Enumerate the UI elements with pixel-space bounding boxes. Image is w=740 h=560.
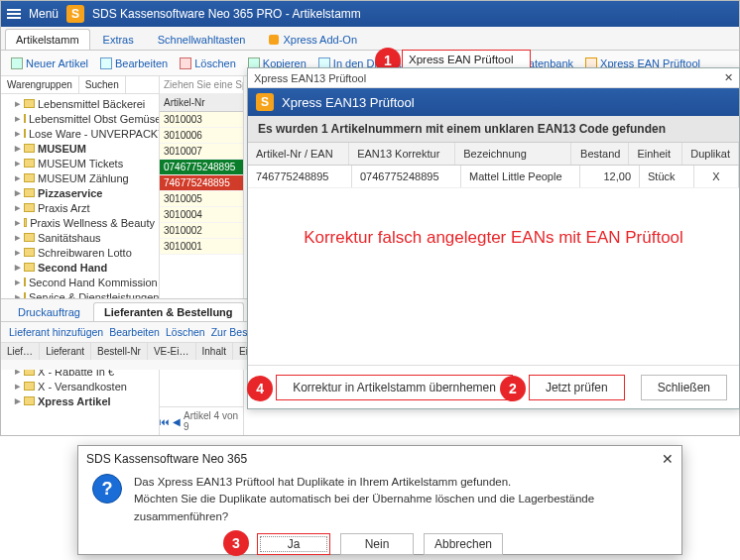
tree-item[interactable]: ▸X - Versandkosten bbox=[1, 379, 159, 393]
folder-icon bbox=[24, 188, 35, 197]
tree-item[interactable]: ▸MUSEUM Zählung bbox=[1, 170, 159, 185]
col-korrektur[interactable]: EAN13 Korrektur bbox=[349, 143, 455, 165]
tree-item[interactable]: ▸Lebensmittel Obst Gemüse bbox=[1, 111, 159, 126]
col-duplikat[interactable]: Duplikat bbox=[682, 143, 739, 165]
col-einheit[interactable]: Einheit bbox=[629, 143, 682, 165]
tree-item[interactable]: ▸Schreibwaren Lotto bbox=[1, 245, 159, 260]
ean-window-chrome: Xpress EAN13 Prüftool ✕ bbox=[248, 68, 739, 88]
cell-duplikat: X bbox=[694, 166, 739, 187]
tool-new[interactable]: Neuer Artikel bbox=[7, 56, 92, 71]
article-row[interactable]: 0746775248895 bbox=[160, 160, 243, 175]
col-artnr[interactable]: Artikel-Nr / EAN bbox=[248, 143, 349, 165]
col-inhalt[interactable]: Inhalt bbox=[196, 343, 233, 360]
dialog-line2: Möchten Sie die Duplikate automatisch be… bbox=[134, 491, 668, 525]
article-row[interactable]: 3010003 bbox=[160, 112, 243, 128]
main-tabstrip: Artikelstamm Extras Schnellwahltasten Xp… bbox=[1, 27, 739, 51]
pencil-icon bbox=[100, 57, 112, 69]
article-row[interactable]: 3010006 bbox=[160, 128, 243, 144]
folder-icon bbox=[24, 129, 26, 138]
article-row[interactable]: 3010001 bbox=[160, 239, 243, 255]
sidebar-tabs: Warengruppen Suchen bbox=[1, 76, 159, 94]
dialog-yes-button[interactable]: Ja bbox=[257, 533, 330, 555]
check-now-button[interactable]: Jetzt prüfen bbox=[530, 376, 624, 399]
group-hint: Ziehen Sie eine Spaltenübers bbox=[160, 76, 243, 94]
annotation-2-box: 2 Jetzt prüfen bbox=[529, 375, 625, 400]
confirm-dialog: SDS Kassensoftware Neo 365 ✕ ? Das Xpres… bbox=[77, 445, 682, 555]
dialog-buttons: 3 Ja Nein Abbrechen bbox=[78, 529, 681, 560]
annotation-4-box: 4 Korrektur in Artikelstamm übernhemen bbox=[276, 375, 513, 400]
menu-label[interactable]: Menü bbox=[29, 7, 59, 21]
tool-delete[interactable]: Löschen bbox=[176, 56, 240, 71]
annotation-2-badge: 2 bbox=[500, 376, 526, 401]
col-bestellnr[interactable]: Bestell-Nr bbox=[91, 343, 148, 360]
dialog-cancel-button[interactable]: Abbrechen bbox=[424, 533, 503, 555]
col-lieferant[interactable]: Lieferant bbox=[40, 343, 91, 360]
tool-delete-supplier[interactable]: Löschen bbox=[166, 326, 205, 338]
tool-add-supplier[interactable]: Lieferant hinzufügen bbox=[9, 326, 103, 338]
close-icon[interactable]: ✕ bbox=[724, 71, 733, 84]
ean-window-titlebar: S Xpress EAN13 Prüftool bbox=[248, 88, 739, 116]
nav-first-icon[interactable]: ⏮ bbox=[160, 416, 170, 427]
window-title: SDS Kassensoftware Neo 365 PRO - Artikel… bbox=[92, 7, 361, 21]
detail-tab-suppliers[interactable]: Lieferanten & Bestellung bbox=[93, 302, 244, 321]
folder-icon bbox=[24, 203, 35, 212]
sidebar: Warengruppen Suchen ▸Lebensmittel Bäcker… bbox=[1, 76, 160, 435]
tab-xpress-addon[interactable]: Xpress Add-On bbox=[258, 29, 368, 50]
article-row[interactable]: 3010002 bbox=[160, 223, 243, 239]
ean-grid-row[interactable]: 746775248895 0746775248895 Mattel Little… bbox=[248, 166, 739, 188]
category-tree[interactable]: ▸Lebensmittel Bäckerei▸Lebensmittel Obst… bbox=[1, 94, 159, 435]
folder-icon bbox=[24, 114, 26, 123]
nav-prev-icon[interactable]: ◀ bbox=[173, 416, 181, 427]
tree-item[interactable]: ▸Praxis Wellness & Beauty bbox=[1, 215, 159, 230]
folder-icon bbox=[24, 159, 35, 168]
tree-item[interactable]: ▸Xpress Artikel bbox=[1, 393, 159, 408]
article-row[interactable]: 3010007 bbox=[160, 144, 243, 160]
app-logo-icon: S bbox=[66, 5, 84, 23]
question-icon: ? bbox=[92, 474, 122, 504]
folder-icon bbox=[24, 144, 35, 153]
folder-icon bbox=[24, 382, 35, 391]
tree-item[interactable]: ▸Praxis Arzt bbox=[1, 200, 159, 215]
col-lief[interactable]: Lief… bbox=[1, 343, 40, 360]
dialog-title: SDS Kassensoftware Neo 365 bbox=[86, 452, 247, 466]
article-row[interactable]: 3010005 bbox=[160, 191, 243, 207]
folder-icon bbox=[24, 248, 35, 257]
dialog-close-icon[interactable]: ✕ bbox=[662, 451, 674, 467]
annotation-4-badge: 4 bbox=[247, 376, 273, 401]
sidebar-tab-groups[interactable]: Warengruppen bbox=[1, 76, 79, 93]
tree-item[interactable]: ▸Lose Ware - UNVERPACKT! bbox=[1, 126, 159, 141]
article-row[interactable]: 746775248895 bbox=[160, 175, 243, 191]
ean-overlay-message: Korrektur falsch angelegter EANs mit EAN… bbox=[248, 188, 739, 287]
article-list-header[interactable]: Artikel-Nr bbox=[160, 94, 243, 112]
tree-item[interactable]: ▸MUSEUM bbox=[1, 141, 159, 156]
nav-status: Artikel 4 von 9 bbox=[184, 410, 243, 432]
cell-bezeichnung: Mattel Little People bbox=[461, 166, 580, 187]
article-row[interactable]: 3010004 bbox=[160, 207, 243, 223]
col-bezeichnung[interactable]: Bezeichnung bbox=[455, 143, 571, 165]
tree-item[interactable]: ▸MUSEUM Tickets bbox=[1, 156, 159, 170]
tool-edit-supplier[interactable]: Bearbeiten bbox=[109, 326, 160, 338]
tree-item[interactable]: ▸Pizzaservice bbox=[1, 185, 159, 200]
col-ve[interactable]: VE-Ei… bbox=[148, 343, 196, 360]
detail-tab-print[interactable]: Druckauftrag bbox=[7, 302, 91, 321]
dialog-line1: Das Xpress EAN13 Prüftool hat Duplikate … bbox=[134, 474, 668, 491]
tab-artikelstamm[interactable]: Artikelstamm bbox=[5, 29, 90, 50]
dialog-titlebar: SDS Kassensoftware Neo 365 ✕ bbox=[78, 446, 681, 472]
dialog-body: ? Das Xpress EAN13 Prüftool hat Duplikat… bbox=[78, 472, 681, 529]
record-navigator[interactable]: ⏮ ◀ Artikel 4 von 9 bbox=[160, 406, 243, 435]
dialog-no-button[interactable]: Nein bbox=[340, 533, 414, 555]
tree-item[interactable]: ▸Second Hand bbox=[1, 260, 159, 275]
tab-extras[interactable]: Extras bbox=[92, 29, 145, 50]
tool-edit[interactable]: Bearbeiten bbox=[96, 56, 172, 71]
col-bestand[interactable]: Bestand bbox=[571, 143, 630, 165]
tree-item[interactable]: ▸Second Hand Kommission bbox=[1, 275, 159, 289]
apply-correction-button[interactable]: Korrektur in Artikelstamm übernhemen bbox=[277, 376, 512, 399]
sidebar-tab-search[interactable]: Suchen bbox=[79, 76, 126, 93]
tab-schnellwahltasten[interactable]: Schnellwahltasten bbox=[147, 29, 257, 50]
menu-icon[interactable] bbox=[7, 9, 21, 19]
cell-korrektur: 0746775248895 bbox=[352, 166, 461, 187]
tree-item[interactable]: ▸Lebensmittel Bäckerei bbox=[1, 96, 159, 111]
trash-icon bbox=[180, 57, 191, 69]
tree-item[interactable]: ▸Sanitätshaus bbox=[1, 230, 159, 245]
close-button[interactable]: Schließen bbox=[641, 375, 727, 400]
